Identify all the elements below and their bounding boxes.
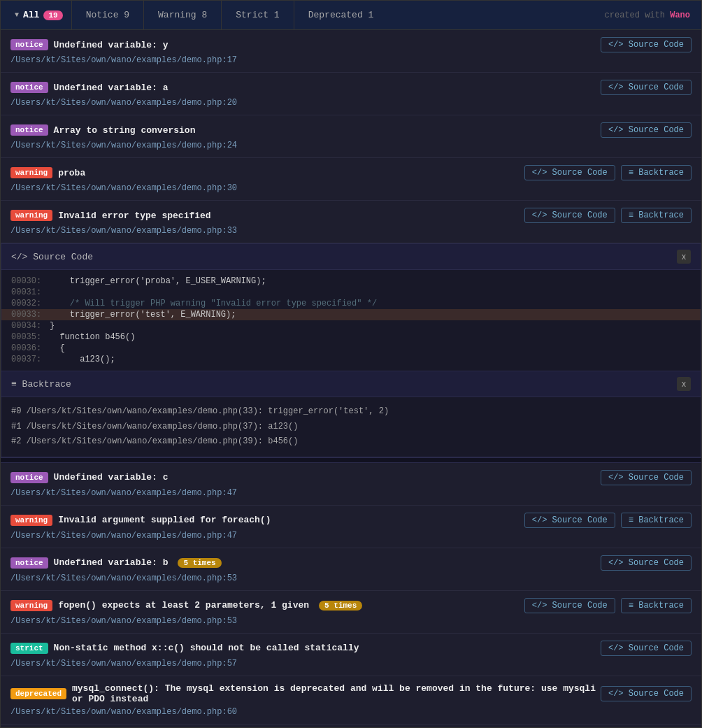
line-num-33: 00033:	[11, 310, 50, 320]
line-code-34: }	[50, 321, 55, 331]
error-header-3: notice Array to string conversion </> So…	[10, 122, 692, 138]
error-header-9: warning fopen() expects at least 2 param…	[10, 598, 692, 613]
source-panel-title: </> Source Code	[11, 252, 93, 262]
line-num-34: 00034:	[11, 321, 50, 331]
error-header-11: deprecated mysql_connect(): The mysql ex…	[10, 683, 692, 704]
line-code-32: /* Will trigger PHP warning "Invalid err…	[50, 299, 377, 308]
source-panel: </> Source Code x 00030: trigger_error('…	[1, 243, 701, 371]
line-code-35: function b456()	[50, 332, 135, 342]
backtrace-line-1: #1 /Users/kt/Sites/own/wano/examples/dem…	[11, 420, 691, 435]
tab-deprecated[interactable]: Deprecated 1	[294, 1, 388, 29]
error-header-left-7: warning Invalid argument supplied for fo…	[10, 515, 271, 526]
code-line-36: 00036: {	[1, 343, 701, 354]
source-code-btn-8[interactable]: </> Source Code	[601, 555, 692, 571]
source-code-btn-1[interactable]: </> Source Code	[601, 37, 692, 52]
backtrace-line-2: #2 /Users/kt/Sites/own/wano/examples/dem…	[11, 434, 691, 450]
error-message-1: Undefined variable: y	[54, 40, 169, 50]
error-message-7: Invalid argument supplied for foreach()	[58, 515, 271, 525]
error-entry-9: warning fopen() expects at least 2 param…	[1, 591, 701, 634]
section-divider	[1, 457, 701, 463]
badge-deprecated-11: deprecated	[10, 688, 66, 699]
error-header-left-3: notice Array to string conversion	[10, 124, 195, 136]
tab-warning[interactable]: Warning 8	[143, 1, 221, 29]
error-message-6: Undefined variable: c	[54, 472, 169, 483]
tab-deprecated-label: Deprecated 1	[308, 10, 374, 20]
error-header-4: warning proba </> Source Code ≡ Backtrac…	[10, 165, 692, 180]
badge-warning-7: warning	[10, 515, 52, 526]
tab-notice-label: Notice 9	[86, 10, 129, 20]
line-num-31: 00031:	[11, 287, 50, 297]
backtrace-btn-9[interactable]: ≡ Backtrace	[621, 598, 692, 613]
source-code-btn-5[interactable]: </> Source Code	[524, 208, 615, 223]
error-header-left-11: deprecated mysql_connect(): The mysql ex…	[10, 683, 601, 704]
btn-group-1: </> Source Code	[601, 37, 692, 52]
error-file-9: /Users/kt/Sites/own/wano/examples/demo.p…	[10, 616, 692, 626]
main-container: ▼ All 19 Notice 9 Warning 8 Strict 1 Dep…	[0, 0, 702, 728]
source-code-btn-4[interactable]: </> Source Code	[524, 165, 615, 180]
line-num-32: 00032:	[11, 299, 50, 308]
error-entry-6: notice Undefined variable: c </> Source …	[1, 463, 701, 506]
error-header-6: notice Undefined variable: c </> Source …	[10, 470, 692, 485]
error-entry-11: deprecated mysql_connect(): The mysql ex…	[1, 676, 701, 725]
source-code-btn-9[interactable]: </> Source Code	[524, 598, 615, 613]
tab-all[interactable]: ▼ All 19	[6, 6, 71, 24]
badge-notice-8: notice	[10, 557, 48, 569]
line-code-33: trigger_error('test', E_WARNING);	[50, 310, 236, 320]
error-header-1: notice Undefined variable: y </> Source …	[10, 37, 692, 52]
btn-group-2: </> Source Code	[601, 80, 692, 95]
times-badge-9: 5 times	[319, 601, 362, 611]
error-file-1: /Users/kt/Sites/own/wano/examples/demo.p…	[10, 55, 692, 65]
code-line-37: 00037: a123();	[1, 354, 701, 365]
source-code-btn-10[interactable]: </> Source Code	[601, 641, 692, 656]
line-code-36: {	[50, 343, 65, 353]
backtrace-panel-header: ≡ Backtrace x	[1, 371, 701, 397]
source-panel-header: </> Source Code x	[1, 244, 701, 270]
error-file-11: /Users/kt/Sites/own/wano/examples/demo.p…	[10, 707, 692, 717]
error-header-10: strict Non-static method x::c() should n…	[10, 641, 692, 656]
backtrace-btn-5[interactable]: ≡ Backtrace	[621, 208, 692, 223]
tab-strict[interactable]: Strict 1	[221, 1, 293, 29]
source-code-btn-7[interactable]: </> Source Code	[524, 513, 615, 528]
error-message-2: Undefined variable: a	[54, 83, 169, 93]
backtrace-btn-7[interactable]: ≡ Backtrace	[621, 513, 692, 528]
badge-notice-2: notice	[10, 82, 48, 93]
source-code-btn-6[interactable]: </> Source Code	[601, 470, 692, 485]
error-entry-4: warning proba </> Source Code ≡ Backtrac…	[1, 158, 701, 201]
error-header-left-5: warning Invalid error type specified	[10, 210, 211, 221]
all-count-badge: 19	[43, 10, 62, 20]
error-header-left-1: notice Undefined variable: y	[10, 39, 168, 50]
source-code-btn-3[interactable]: </> Source Code	[601, 122, 692, 138]
tab-warning-label: Warning 8	[158, 10, 207, 20]
tab-notice[interactable]: Notice 9	[71, 1, 143, 29]
error-entry-3: notice Array to string conversion </> So…	[1, 115, 701, 158]
error-message-9: fopen() expects at least 2 parameters, 1…	[58, 600, 309, 611]
times-badge-8: 5 times	[178, 558, 221, 568]
error-entry-10: strict Non-static method x::c() should n…	[1, 634, 701, 676]
code-line-31: 00031:	[1, 287, 701, 298]
btn-group-8: </> Source Code	[601, 555, 692, 571]
error-header-2: notice Undefined variable: a </> Source …	[10, 80, 692, 95]
error-header-left-8: notice Undefined variable: b 5 times	[10, 557, 222, 569]
error-entry-7: warning Invalid argument supplied for fo…	[1, 506, 701, 548]
error-file-10: /Users/kt/Sites/own/wano/examples/demo.p…	[10, 659, 692, 669]
btn-group-5: </> Source Code ≡ Backtrace	[524, 208, 692, 223]
error-header-7: warning Invalid argument supplied for fo…	[10, 513, 692, 528]
error-message-11: mysql_connect(): The mysql extension is …	[72, 683, 601, 704]
code-line-34: 00034: }	[1, 320, 701, 331]
backtrace-panel-close[interactable]: x	[677, 377, 691, 391]
error-message-4: proba	[58, 168, 85, 178]
error-message-5: Invalid error type specified	[58, 210, 210, 221]
badge-strict-10: strict	[10, 643, 48, 654]
source-code-btn-11[interactable]: </> Source Code	[601, 686, 692, 701]
btn-group-4: </> Source Code ≡ Backtrace	[524, 165, 692, 180]
source-code-btn-2[interactable]: </> Source Code	[601, 80, 692, 95]
badge-notice-1: notice	[10, 39, 48, 50]
error-message-3: Array to string conversion	[54, 125, 196, 136]
error-file-6: /Users/kt/Sites/own/wano/examples/demo.p…	[10, 488, 692, 498]
source-panel-close[interactable]: x	[677, 250, 691, 264]
backtrace-panel: ≡ Backtrace x #0 /Users/kt/Sites/own/wan…	[1, 371, 701, 457]
code-line-32: 00032: /* Will trigger PHP warning "Inva…	[1, 298, 701, 309]
backtrace-btn-4[interactable]: ≡ Backtrace	[621, 165, 692, 180]
error-file-7: /Users/kt/Sites/own/wano/examples/demo.p…	[10, 531, 692, 541]
error-entry-5: warning Invalid error type specified </>…	[1, 201, 701, 243]
